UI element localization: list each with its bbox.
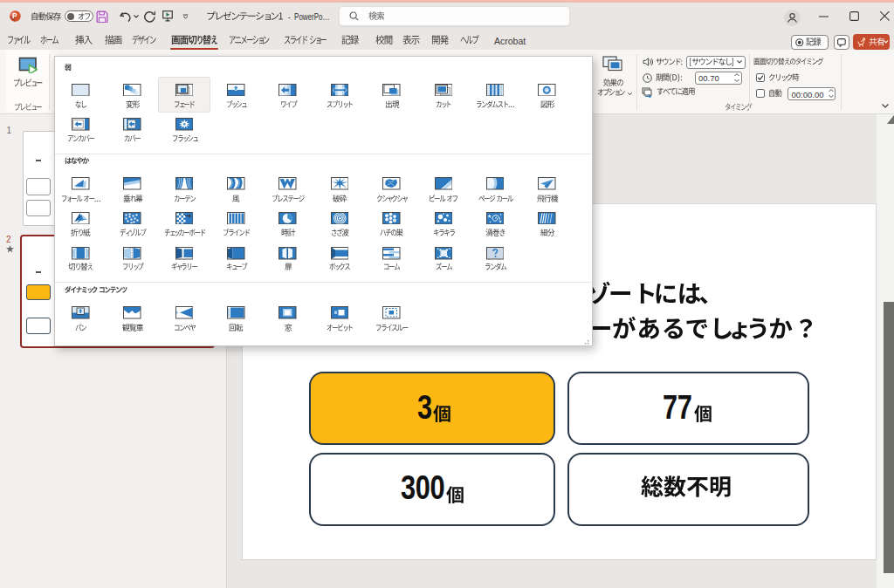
svg-text:P: P bbox=[12, 11, 17, 20]
